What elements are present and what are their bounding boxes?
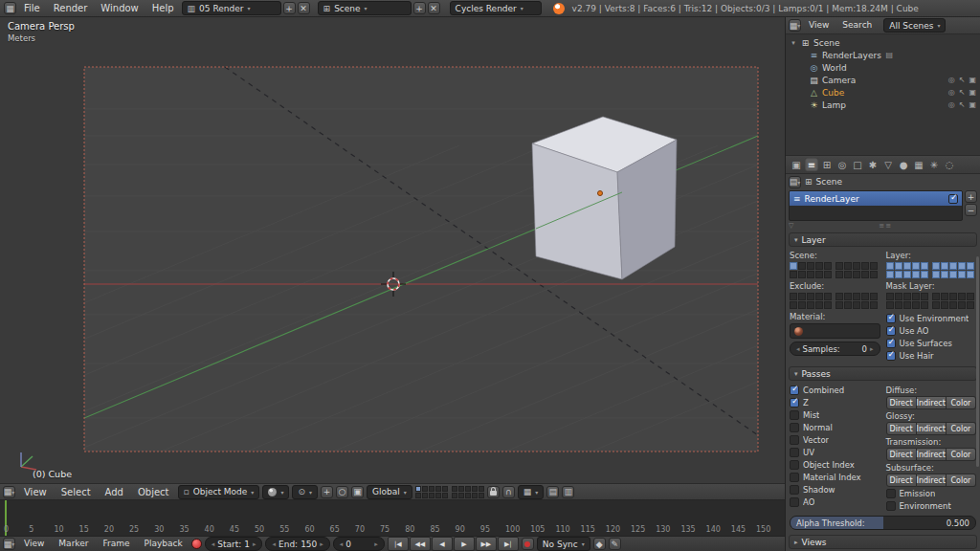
material-override-field[interactable]: [790, 323, 880, 339]
layer-toggle-cell[interactable]: [798, 301, 806, 309]
layer-toggle-cell[interactable]: [870, 262, 878, 270]
pass-direct-button[interactable]: Direct: [886, 422, 917, 435]
pass-toggle-row[interactable]: Vector: [790, 433, 880, 446]
checkbox[interactable]: [886, 489, 896, 498]
layer-toggle-cell[interactable]: [921, 293, 928, 300]
menu-search[interactable]: Search: [836, 17, 878, 33]
layer-toggle-cell[interactable]: [958, 271, 966, 278]
passes-panel-header[interactable]: ▾ Passes: [789, 366, 977, 381]
layer-toggle-cell[interactable]: [932, 262, 940, 270]
pass-indirect-button[interactable]: Indirect: [917, 448, 947, 461]
menu-file[interactable]: File: [18, 0, 46, 16]
layer-toggle-cell[interactable]: [815, 271, 823, 278]
layer-toggle-cell[interactable]: [798, 293, 806, 300]
outliner-row-renderlayers[interactable]: ≡ RenderLayers ▤: [786, 49, 980, 61]
menu-frame[interactable]: Frame: [97, 536, 135, 551]
outliner-row-world[interactable]: ◎ World: [786, 61, 980, 74]
decrement-icon[interactable]: ◂: [272, 540, 276, 548]
menu-window[interactable]: Window: [95, 0, 144, 16]
pass-color-button[interactable]: Color: [947, 422, 976, 435]
pass-toggle-row[interactable]: Mist: [790, 408, 880, 421]
scene-dropdown[interactable]: ⊞ Scene ▾: [318, 1, 412, 15]
editor-type-dropdown[interactable]: ▦▾: [3, 486, 15, 498]
layer-toggle-cell[interactable]: [815, 293, 823, 300]
alpha-threshold-slider[interactable]: Alpha Threshold: 0.500: [790, 516, 976, 530]
render-restrict-icon[interactable]: ▣: [969, 100, 976, 109]
layer-toggle-cell[interactable]: [958, 293, 966, 300]
pass-color-button[interactable]: Color: [947, 448, 976, 461]
screen-layout-dropdown[interactable]: ▥ 05 Render ▾: [182, 1, 281, 15]
viewport-layer-toggle[interactable]: [415, 486, 421, 492]
layer-toggle-cell[interactable]: [886, 293, 894, 300]
viewport-layer-toggle[interactable]: [472, 493, 478, 498]
layer-toggle-cell[interactable]: [886, 262, 894, 270]
checkbox[interactable]: [886, 326, 896, 336]
checkbox[interactable]: [790, 435, 799, 445]
pass-color-button[interactable]: Color: [947, 474, 976, 487]
layer-toggle-cell[interactable]: [790, 271, 797, 278]
layer-toggle-cell[interactable]: [835, 301, 843, 309]
layer-toggle-cell[interactable]: [941, 262, 948, 270]
outliner-row-scene[interactable]: ▾ ⊞ Scene: [786, 36, 980, 49]
pass-toggle-row[interactable]: Z: [790, 396, 880, 408]
samples-field[interactable]: ◂ Samples: 0 ▸: [790, 342, 880, 356]
checkbox[interactable]: [886, 339, 896, 348]
pass-indirect-button[interactable]: Indirect: [917, 474, 947, 487]
pass-toggle-row[interactable]: Shadow: [790, 483, 880, 496]
menu-view[interactable]: View: [18, 536, 50, 551]
menu-object[interactable]: Object: [132, 484, 175, 500]
checkbox[interactable]: [790, 485, 799, 495]
record-button[interactable]: [522, 538, 534, 550]
layer-toggle-cell[interactable]: [807, 301, 814, 309]
pass-direct-button[interactable]: Direct: [886, 474, 917, 487]
tab-render-icon[interactable]: ▣: [790, 158, 803, 171]
layer-toggle-cell[interactable]: [941, 293, 948, 300]
views-panel-header[interactable]: ▸ Views: [789, 535, 977, 549]
menu-add[interactable]: Add: [100, 484, 129, 500]
hide-icon[interactable]: ◎: [948, 88, 955, 97]
layer-toggle-cell[interactable]: [844, 301, 852, 309]
viewport-layer-toggle[interactable]: [472, 486, 478, 492]
viewport-layer-toggle[interactable]: [422, 486, 428, 492]
menu-render[interactable]: Render: [48, 0, 94, 16]
pass-direct-button[interactable]: Direct: [886, 448, 917, 461]
pass-extra-row[interactable]: Environment: [886, 499, 977, 512]
increment-icon[interactable]: ▸: [374, 540, 378, 548]
pass-indirect-button[interactable]: Indirect: [917, 422, 947, 435]
checkbox[interactable]: [886, 501, 896, 511]
hide-icon[interactable]: ◎: [948, 76, 955, 84]
decrement-icon[interactable]: ◂: [796, 345, 800, 353]
increment-icon[interactable]: ▸: [320, 540, 323, 548]
mode-dropdown[interactable]: ▫ Object Mode ▾: [178, 485, 260, 499]
manipulator-translate-button[interactable]: +: [321, 486, 333, 498]
layer-toggle-cell[interactable]: [932, 301, 940, 309]
layer-toggle-cell[interactable]: [870, 271, 878, 278]
layer-toggle-cell[interactable]: [949, 271, 957, 278]
menu-playback[interactable]: Playback: [139, 536, 189, 551]
layer-toggle-cell[interactable]: [853, 262, 860, 270]
layer-toggle-cell[interactable]: [861, 301, 869, 309]
layer-option-row[interactable]: Use Hair: [886, 349, 977, 362]
layer-toggle-cell[interactable]: [835, 262, 843, 270]
remove-render-layer-button[interactable]: −: [965, 204, 977, 216]
render-opengl-button[interactable]: ▤: [546, 486, 559, 498]
layer-toggle-cell[interactable]: [912, 293, 920, 300]
layer-toggle-cell[interactable]: [807, 262, 814, 270]
pass-toggle-row[interactable]: UV: [790, 446, 880, 458]
layer-toggle-cell[interactable]: [870, 301, 878, 309]
layer-toggle-cell[interactable]: [903, 301, 911, 309]
render-layer-item[interactable]: ≡ RenderLayer: [790, 191, 962, 206]
outliner-row-lamp[interactable]: ☀ Lamp ◎ ↖ ▣: [786, 99, 980, 111]
viewport-layer-toggle[interactable]: [435, 493, 441, 498]
layer-toggle-cell[interactable]: [895, 301, 902, 309]
layer-toggle-cell[interactable]: [949, 293, 957, 300]
layer-toggle-cell[interactable]: [912, 271, 920, 278]
tab-modifiers-icon[interactable]: ✱: [866, 158, 880, 171]
snap-element-dropdown[interactable]: ▦▾: [518, 485, 545, 499]
orientation-dropdown[interactable]: Global ▾: [367, 485, 412, 499]
layer-toggle-cell[interactable]: [870, 293, 878, 300]
layer-toggle-cell[interactable]: [886, 271, 894, 278]
timeline-track[interactable]: 0510152025303540455055606570758085909510…: [0, 500, 785, 537]
av-sync-dropdown[interactable]: No Sync ▾: [537, 537, 590, 551]
pass-toggle-row[interactable]: AO: [790, 496, 880, 508]
